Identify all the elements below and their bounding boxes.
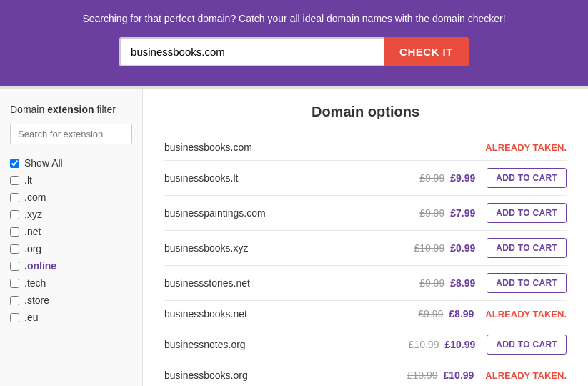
add-to-cart-button[interactable]: ADD TO CART (487, 168, 567, 188)
add-to-cart-button[interactable]: ADD TO CART (487, 273, 567, 293)
filter-item-org[interactable]: .org (10, 240, 132, 257)
filter-label-net: .net (24, 226, 41, 237)
price-original: £9.99 (419, 172, 444, 184)
sidebar-title-bold: extension (47, 104, 94, 115)
already-taken-label: ALREADY TAKEN. (485, 370, 567, 381)
price-original: £10.99 (409, 339, 439, 350)
filter-label-Show All: Show All (24, 157, 63, 169)
filter-item-com[interactable]: .com (10, 189, 132, 206)
filter-item-online[interactable]: .online (10, 257, 132, 274)
price-original: £10.99 (407, 370, 438, 381)
domain-row: businessbooks.lt£9.99£9.99ADD TO CART (164, 161, 567, 196)
domain-rows: businessbooks.comALREADY TAKEN.businessb… (164, 134, 567, 386)
add-to-cart-button[interactable]: ADD TO CART (487, 203, 567, 223)
price-sale: £9.99 (450, 172, 475, 184)
price-sale: £10.99 (444, 370, 474, 381)
filter-label-store: .store (24, 295, 49, 306)
filter-label-tech: .tech (24, 277, 46, 289)
price-sale: £10.99 (444, 339, 475, 350)
filter-checkbox-online[interactable] (10, 262, 19, 271)
domain-row: businessstories.net£9.99£8.99ADD TO CART (164, 266, 567, 301)
sidebar-title: Domain extension filter (10, 104, 132, 115)
main-layout: Domain extension filter Show All.lt.com.… (0, 89, 588, 386)
price-sale: £8.99 (449, 308, 474, 320)
domain-row: businessnotes.org£10.99£10.99ADD TO CART (164, 327, 567, 362)
domain-row: businesspaintings.com£9.99£7.99ADD TO CA… (164, 196, 567, 231)
domain-search-input[interactable] (119, 37, 384, 66)
filter-label-xyz: .xyz (24, 209, 42, 220)
filter-checkbox-tech[interactable] (10, 279, 19, 288)
filter-label-online: .online (24, 260, 56, 272)
page-header: Searching for that perfect domain? Catch… (0, 0, 588, 86)
price-sale: £8.99 (450, 277, 475, 289)
already-taken-label: ALREADY TAKEN. (485, 142, 567, 153)
filter-item-lt[interactable]: .lt (10, 172, 132, 189)
domain-name: businessbooks.com (164, 142, 485, 153)
domain-name: businessstories.net (164, 277, 419, 289)
domain-row: businessbooks.xyz£10.99£0.99ADD TO CART (164, 231, 567, 266)
already-taken-label: ALREADY TAKEN. (485, 309, 567, 320)
price-original: £9.99 (418, 308, 443, 320)
price-original: £10.99 (414, 242, 444, 254)
filter-checkbox-Show All[interactable] (10, 159, 19, 168)
filter-label-com: .com (24, 192, 46, 203)
filter-list: Show All.lt.com.xyz.net.org.online.tech.… (10, 154, 132, 326)
filter-checkbox-org[interactable] (10, 244, 19, 254)
price-original: £9.99 (419, 207, 444, 219)
filter-checkbox-com[interactable] (10, 193, 19, 202)
filter-checkbox-eu[interactable] (10, 313, 19, 322)
price-original: £9.99 (419, 277, 444, 289)
sidebar: Domain extension filter Show All.lt.com.… (0, 89, 143, 386)
filter-checkbox-lt[interactable] (10, 176, 19, 185)
filter-item-Show All[interactable]: Show All (10, 154, 132, 172)
filter-item-net[interactable]: .net (10, 223, 132, 240)
check-button[interactable]: CHECK IT (384, 37, 469, 66)
content-area: Domain options businessbooks.comALREADY … (143, 89, 588, 386)
extension-search-input[interactable] (10, 124, 132, 144)
price-sale: £0.99 (450, 242, 475, 254)
filter-item-store[interactable]: .store (10, 292, 132, 309)
domain-name: businesspaintings.com (164, 207, 419, 219)
domain-name: businessbooks.net (164, 308, 418, 320)
domain-row: businessbooks.net£9.99£8.99ALREADY TAKEN… (164, 301, 567, 327)
sidebar-title-prefix: Domain (10, 104, 47, 115)
filter-item-eu[interactable]: .eu (10, 309, 132, 326)
domain-name: businessbooks.lt (164, 172, 419, 184)
filter-label-eu: .eu (24, 312, 38, 323)
filter-item-tech[interactable]: .tech (10, 274, 132, 292)
domain-name: businessbooks.xyz (164, 242, 414, 254)
content-title: Domain options (164, 104, 567, 120)
filter-item-xyz[interactable]: .xyz (10, 206, 132, 223)
sidebar-title-suffix: filter (94, 104, 116, 115)
domain-row: businessbooks.comALREADY TAKEN. (164, 134, 567, 161)
filter-label-lt: .lt (24, 174, 32, 186)
domain-name: businessbooks.org (164, 370, 407, 381)
filter-checkbox-net[interactable] (10, 227, 19, 237)
filter-checkbox-store[interactable] (10, 296, 19, 305)
domain-name: businessnotes.org (164, 339, 409, 350)
filter-label-org: .org (24, 243, 41, 254)
filter-checkbox-xyz[interactable] (10, 210, 19, 219)
price-sale: £7.99 (450, 207, 475, 219)
add-to-cart-button[interactable]: ADD TO CART (487, 335, 567, 355)
header-tagline: Searching for that perfect domain? Catch… (14, 13, 574, 24)
add-to-cart-button[interactable]: ADD TO CART (487, 238, 567, 258)
search-bar: CHECK IT (14, 37, 574, 66)
domain-row: businessbooks.org£10.99£10.99ALREADY TAK… (164, 362, 567, 386)
